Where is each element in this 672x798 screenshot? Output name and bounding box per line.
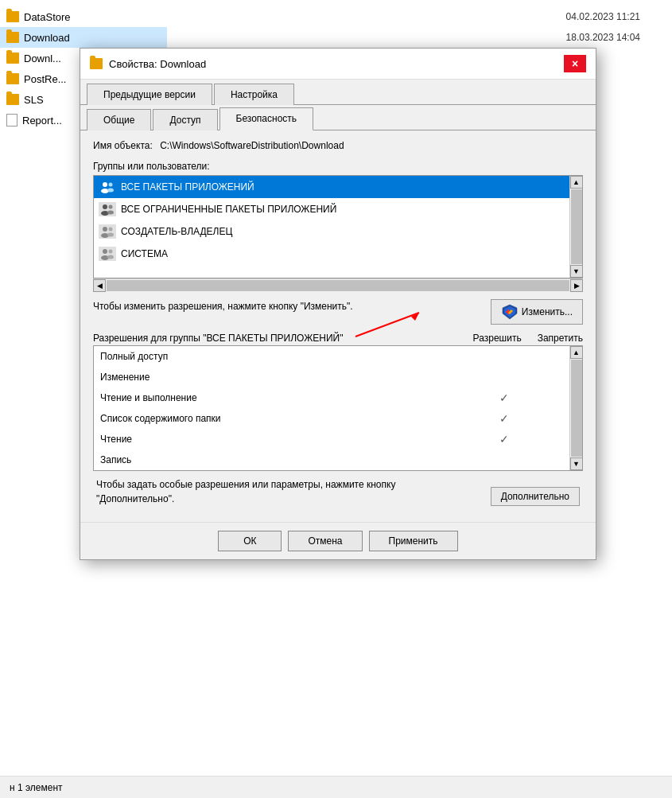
groups-item[interactable]: СИСТЕМА [94,243,582,265]
perm-allow: ✓ [480,412,528,425]
status-text: н 1 элемент [10,782,63,793]
perm-name: Список содержимого папки [100,413,480,424]
permissions-header-row: Разрешения для группы "ВСЕ ПАКЕТЫ ПРИЛОЖ… [93,333,583,344]
object-name-label: Имя объекта: [93,140,153,151]
advanced-text: Чтобы задать особые разрешения или парам… [96,477,398,506]
svg-point-16 [103,249,107,254]
advanced-button[interactable]: Дополнительно [491,487,580,506]
apply-button[interactable]: Применить [369,531,458,551]
scroll-up-button[interactable]: ▲ [570,176,583,189]
advanced-section: Чтобы задать особые разрешения или парам… [93,477,583,506]
file-date: 18.03.2023 14:04 [497,27,672,48]
scroll-down-button[interactable]: ▼ [570,265,583,278]
perm-row: Список содержимого папки ✓ [94,408,582,429]
group-icon [99,224,116,239]
scroll-left-button[interactable]: ◀ [93,279,106,292]
list-item[interactable]: DataStore [0,6,167,27]
tab-general[interactable]: Общие [87,109,151,130]
title-folder-icon [90,58,103,69]
change-button[interactable]: Изменить... [491,299,583,325]
close-button[interactable]: × [564,55,586,72]
folder-icon [6,73,19,84]
shield-icon [501,303,519,321]
permissions-group-label: Разрешения для группы "ВСЕ ПАКЕТЫ ПРИЛОЖ… [93,333,343,344]
folder-icon [6,53,19,64]
folder-icon [6,94,19,105]
perm-row: Чтение ✓ [94,429,582,450]
object-name-path: C:\Windows\SoftwareDistribution\Download [160,140,344,151]
status-bar: н 1 элемент [0,776,672,798]
svg-point-3 [109,183,113,187]
groups-item[interactable]: СОЗДАТЕЛЬ-ВЛАДЕЛЕЦ [94,220,582,243]
file-name: Download [24,32,70,44]
svg-point-19 [107,255,114,259]
groups-hscrollbar[interactable]: ◀ ▶ [93,278,583,291]
svg-point-14 [107,233,114,237]
object-name-row: Имя объекта: C:\Windows\SoftwareDistribu… [93,140,583,151]
group-icon [99,180,116,194]
svg-line-24 [355,313,419,337]
group-icon [99,202,116,216]
folder-icon [6,32,19,43]
list-item[interactable]: Download [0,27,167,48]
scroll-right-button[interactable]: ▶ [570,279,583,292]
permissions-section: Разрешения для группы "ВСЕ ПАКЕТЫ ПРИЛОЖ… [93,333,583,471]
perm-scroll-thumb[interactable] [571,360,582,457]
change-section: Чтобы изменить разрешения, нажмите кнопк… [93,299,583,325]
perm-name: Чтение [100,434,480,445]
tabs-row-1: Предыдущие версии Настройка [80,80,596,105]
col-allow-label: Разрешить [473,333,522,344]
perm-name: Запись [100,454,480,465]
file-name: SLS [24,94,44,106]
arrow-svg [348,305,443,345]
perm-allow: ✓ [480,391,528,404]
tab-settings[interactable]: Настройка [214,84,294,105]
svg-point-11 [103,227,107,232]
change-btn-label: Изменить... [522,306,573,317]
group-name: ВСЕ ОГРАНИЧЕННЫЕ ПАКЕТЫ ПРИЛОЖЕНИЙ [121,204,336,215]
change-text: Чтобы изменить разрешения, нажмите кнопк… [93,299,353,313]
ok-button[interactable]: ОК [218,531,282,551]
svg-point-18 [109,250,113,254]
svg-point-13 [109,228,113,232]
tab-security[interactable]: Безопасность [219,107,314,130]
folder-icon [6,11,19,22]
permissions-header-text: Разрешения для группы "ВСЕ ПАКЕТЫ ПРИЛОЖ… [93,333,343,344]
perm-row: Полный доступ [94,346,582,367]
group-name: СИСТЕМА [121,248,168,259]
tab-previous-versions[interactable]: Предыдущие версии [87,84,212,105]
permissions-table: Полный доступ Изменение Чтение и выполне… [93,345,583,471]
file-name: Report... [22,115,62,127]
file-name: PostRe... [24,73,66,85]
svg-point-6 [103,204,107,209]
groups-list[interactable]: ВСЕ ПАКЕТЫ ПРИЛОЖЕНИЙ ВСЕ ОГРАНИЧЕННЫЕ П… [93,175,583,278]
perm-name: Полный доступ [100,351,480,362]
tabs-row-2: Общие Доступ Безопасность [80,105,596,130]
dialog-title: Свойства: Download [109,58,557,70]
group-name: СОЗДАТЕЛЬ-ВЛАДЕЛЕЦ [121,226,232,237]
perm-scroll-down[interactable]: ▼ [570,457,583,470]
perm-row: Чтение и выполнение ✓ [94,387,582,408]
groups-scrollbar[interactable]: ▲ ▼ [569,176,582,278]
file-meta: 04.02.2023 11:21 18.03.2023 14:04 [497,0,672,54]
file-name: Downl... [24,53,61,64]
cancel-button[interactable]: Отмена [288,531,362,551]
file-name: DataStore [24,11,71,23]
groups-label: Группы или пользователи: [93,161,583,172]
hscroll-thumb[interactable] [107,280,569,291]
perm-row: Изменение [94,367,582,387]
scroll-thumb[interactable] [571,189,582,264]
perm-allow: ✓ [480,433,528,446]
svg-point-1 [103,182,107,187]
tab-access[interactable]: Доступ [153,109,217,130]
perm-scroll-up[interactable]: ▲ [570,346,583,359]
file-date: 04.02.2023 11:21 [497,6,672,27]
permissions-scrollbar[interactable]: ▲ ▼ [569,346,582,470]
properties-dialog: Свойства: Download × Предыдущие версии Н… [80,48,596,560]
groups-item[interactable]: ВСЕ ОГРАНИЧЕННЫЕ ПАКЕТЫ ПРИЛОЖЕНИЙ [94,198,582,220]
permissions-cols: Разрешить Запретить [473,333,583,344]
groups-item[interactable]: ВСЕ ПАКЕТЫ ПРИЛОЖЕНИЙ [94,176,582,198]
group-name: ВСЕ ПАКЕТЫ ПРИЛОЖЕНИЙ [121,181,254,193]
perm-row: Запись [94,450,582,470]
svg-point-4 [107,189,114,193]
